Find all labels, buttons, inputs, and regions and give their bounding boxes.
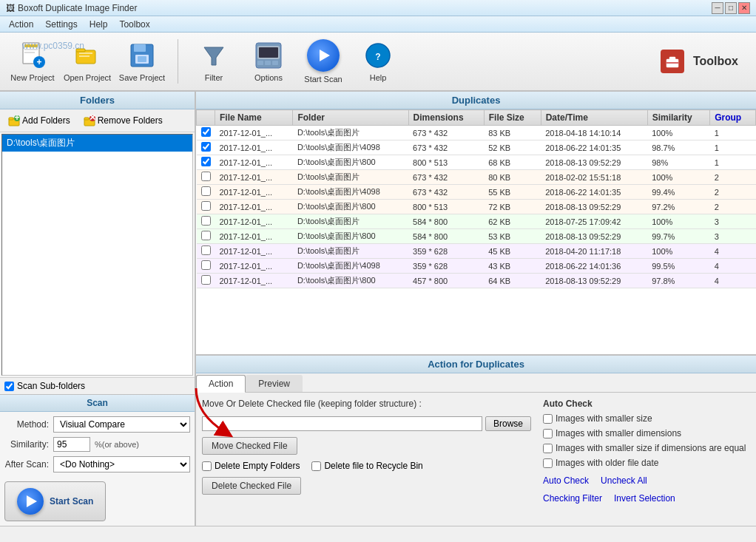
add-folders-button[interactable]: + Add Folders (3, 112, 75, 129)
open-project-label: Open Project (64, 73, 111, 82)
tabs: Action Preview (196, 373, 756, 393)
menu-settings[interactable]: Settings (39, 18, 83, 31)
similarity-label: Similarity: (4, 439, 49, 450)
row-checkbox-cell[interactable] (197, 274, 215, 288)
row-datetime: 2018-08-13 09:52:29 (541, 229, 647, 244)
row-checkbox[interactable] (201, 127, 211, 137)
row-checkbox[interactable] (201, 186, 211, 196)
row-checkbox[interactable] (201, 216, 211, 226)
row-checkbox[interactable] (201, 245, 211, 255)
move-checked-file-button[interactable]: Move Checked File (202, 437, 297, 455)
row-datetime: 2018-08-13 09:52:29 (541, 200, 647, 214)
invert-selection-link[interactable]: Invert Selection (614, 493, 675, 504)
method-select[interactable]: Visiual Compare (53, 416, 190, 433)
save-project-button[interactable]: Save Project (115, 35, 169, 87)
auto-check-footer-row2: Checking Filter Invert Selection (543, 493, 750, 504)
col-filesize: File Size (484, 110, 541, 126)
folder-item[interactable]: D:\tools\桌面图片 (2, 135, 192, 152)
row-checkbox-cell[interactable] (197, 140, 215, 155)
row-filesize: 53 KB (484, 229, 541, 244)
app-icon: 🖼 (6, 3, 15, 13)
auto-check-smaller-size-equal-dim-checkbox[interactable] (543, 444, 553, 453)
browse-button[interactable]: Browse (485, 416, 531, 431)
delete-recycle-checkbox[interactable] (311, 461, 321, 471)
options-button[interactable]: Options (242, 35, 295, 87)
auto-check-smaller-dimensions-label: Images with smaller dimensions (556, 428, 681, 438)
menu-toolbox[interactable]: Toolbox (113, 18, 155, 31)
similarity-input[interactable] (53, 437, 90, 452)
row-datetime: 2018-06-22 14:01:35 (541, 185, 647, 200)
remove-folders-button[interactable]: ✕ Remove Folders (78, 112, 168, 129)
row-checkbox-cell[interactable] (197, 185, 215, 200)
row-checkbox-cell[interactable] (197, 259, 215, 274)
table-row[interactable]: 2017-12-01_... D:\tools\桌面图片 359 * 628 4… (197, 244, 756, 259)
auto-check-link[interactable]: Auto Check (543, 475, 589, 486)
maximize-button[interactable]: □ (725, 2, 737, 14)
row-checkbox-cell[interactable] (197, 214, 215, 229)
new-project-button[interactable]: + New Project (6, 35, 59, 87)
filter-button[interactable]: Filter (187, 35, 240, 87)
row-filename: 2017-12-01_... (215, 140, 293, 155)
row-checkbox[interactable] (201, 172, 211, 181)
menu-help[interactable]: Help (84, 18, 114, 31)
tab-action[interactable]: Action (196, 375, 246, 393)
table-row[interactable]: 2017-12-01_... D:\tools\桌面图片\4098 673 * … (197, 140, 756, 155)
toolbar-file-group: + New Project Open Project (6, 35, 169, 87)
table-row[interactable]: 2017-12-01_... D:\tools\桌面图片 673 * 432 8… (197, 170, 756, 185)
row-checkbox[interactable] (201, 201, 211, 211)
menu-action[interactable]: Action (3, 18, 39, 31)
table-row[interactable]: 2017-12-01_... D:\tools\桌面图片\800 457 * 8… (197, 274, 756, 288)
table-row[interactable]: 2017-12-01_... D:\tools\桌面图片\4098 359 * … (197, 259, 756, 274)
table-row[interactable]: 2017-12-01_... D:\tools\桌面图片\800 584 * 8… (197, 229, 756, 244)
folders-list[interactable]: D:\tools\桌面图片 (1, 134, 193, 376)
table-row[interactable]: 2017-12-01_... D:\tools\桌面图片\4098 673 * … (197, 185, 756, 200)
auto-check-smaller-size-checkbox[interactable] (543, 414, 553, 424)
scan-subfolders-label: Scan Sub-folders (17, 381, 85, 391)
row-checkbox-cell[interactable] (197, 200, 215, 214)
table-row[interactable]: 2017-12-01_... D:\tools\桌面图片\800 800 * 5… (197, 155, 756, 170)
close-button[interactable]: ✕ (738, 2, 750, 14)
window-controls[interactable]: ─ □ ✕ (712, 2, 750, 14)
checking-filter-link[interactable]: Checking Filter (543, 493, 602, 504)
svg-text:✕: ✕ (89, 115, 95, 123)
uncheck-all-link[interactable]: Uncheck All (601, 475, 647, 486)
help-button[interactable]: ? Help (351, 35, 405, 87)
after-scan-select[interactable]: <Do Nothing> (53, 456, 190, 472)
auto-check-smaller-dimensions-checkbox[interactable] (543, 429, 553, 438)
col-datetime: Date/Time (541, 110, 647, 126)
toolbox-area: Toolbox (649, 47, 750, 76)
row-checkbox[interactable] (201, 157, 211, 166)
table-row[interactable]: 2017-12-01_... D:\tools\桌面图片 584 * 800 6… (197, 214, 756, 229)
new-project-icon: + (18, 41, 47, 70)
row-dimensions: 457 * 800 (408, 274, 484, 288)
row-checkbox-cell[interactable] (197, 126, 215, 140)
delete-checked-file-button[interactable]: Delete Checked File (202, 477, 301, 495)
path-input[interactable] (202, 416, 482, 431)
row-checkbox[interactable] (201, 142, 211, 152)
row-checkbox[interactable] (201, 275, 211, 285)
row-checkbox-cell[interactable] (197, 229, 215, 244)
minimize-button[interactable]: ─ (712, 2, 723, 14)
auto-check-footer-row1: Auto Check Uncheck All (543, 475, 750, 486)
duplicates-table-container[interactable]: File Name Folder Dimensions File Size Da… (196, 109, 756, 354)
row-datetime: 2018-06-22 14:01:36 (541, 259, 647, 274)
scan-subfolders-checkbox[interactable] (4, 382, 14, 391)
open-project-icon (72, 41, 102, 70)
row-checkbox-cell[interactable] (197, 155, 215, 170)
toolbar-separator-1 (178, 39, 178, 84)
table-row[interactable]: 2017-12-01_... D:\tools\桌面图片 673 * 432 8… (197, 126, 756, 140)
table-row[interactable]: 2017-12-01_... D:\tools\桌面图片\800 800 * 5… (197, 200, 756, 214)
tab-preview[interactable]: Preview (246, 375, 303, 392)
start-scan-button[interactable]: Start Scan (4, 481, 106, 521)
auto-check-older-date-checkbox[interactable] (543, 458, 553, 468)
row-checkbox-cell[interactable] (197, 170, 215, 185)
row-checkbox[interactable] (201, 260, 211, 270)
row-checkbox-cell[interactable] (197, 244, 215, 259)
row-datetime: 2018-08-13 09:52:29 (541, 274, 647, 288)
row-checkbox[interactable] (201, 231, 211, 240)
help-label: Help (370, 73, 387, 82)
start-scan-toolbar-button[interactable]: Start Scan (297, 35, 350, 87)
svg-marker-14 (204, 47, 223, 65)
open-project-button[interactable]: Open Project (61, 35, 114, 87)
delete-empty-folders-checkbox[interactable] (202, 461, 212, 471)
